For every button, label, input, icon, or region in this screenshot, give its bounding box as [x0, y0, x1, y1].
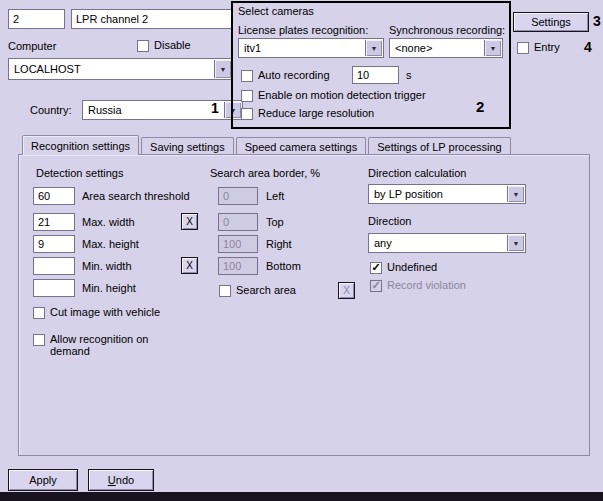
- checkbox-box: [517, 42, 529, 54]
- checkbox-box: [241, 70, 253, 82]
- sync-recording-select[interactable]: <none> ▼: [389, 38, 503, 58]
- undo-button[interactable]: Undo: [88, 469, 154, 491]
- max-width-label: Max. width: [82, 216, 135, 228]
- annotation-1: 1: [211, 100, 219, 116]
- min-width-input[interactable]: [33, 257, 75, 275]
- max-width-input[interactable]: [33, 213, 75, 231]
- auto-recording-label: Auto recording: [258, 69, 330, 81]
- checkbox-box: [33, 307, 45, 319]
- search-area-right-label: Right: [266, 238, 292, 250]
- search-area-top-input: [218, 213, 258, 231]
- country-label: Country:: [30, 104, 72, 116]
- direction-select[interactable]: any ▼: [368, 233, 526, 253]
- record-violation-checkbox: ✓ Record violation: [370, 279, 466, 292]
- annotation-3: 3: [593, 13, 601, 29]
- search-area-left-input: [218, 187, 258, 205]
- check-icon: ✓: [371, 262, 380, 273]
- auto-recording-seconds-input[interactable]: [352, 66, 399, 84]
- min-width-label: Min. width: [82, 260, 132, 272]
- chevron-down-icon[interactable]: ▼: [507, 186, 524, 202]
- checkbox-box: ✓: [370, 262, 382, 274]
- chevron-down-icon[interactable]: ▼: [507, 235, 524, 251]
- chevron-down-icon[interactable]: ▼: [214, 60, 231, 78]
- min-size-clear-button[interactable]: X: [181, 257, 198, 274]
- checkbox-box: [241, 108, 253, 120]
- seconds-unit-label: s: [406, 69, 412, 81]
- lpr-camera-select[interactable]: itv1 ▼: [238, 38, 384, 58]
- channel-id-input[interactable]: [8, 9, 65, 29]
- search-area-clear-button: X: [338, 282, 355, 299]
- country-select-value: Russia: [88, 104, 122, 116]
- max-size-clear-button[interactable]: X: [181, 213, 198, 230]
- max-height-label: Max. height: [82, 238, 139, 250]
- lpr-recognition-label: License plates recognition:: [238, 24, 368, 36]
- direction-calculation-select[interactable]: by LP position ▼: [368, 184, 526, 204]
- record-violation-checkbox-label: Record violation: [387, 279, 466, 291]
- undefined-checkbox-label: Undefined: [387, 261, 437, 273]
- direction-select-value: any: [374, 237, 392, 249]
- apply-button[interactable]: Apply: [8, 469, 78, 491]
- tab-speed-camera-settings[interactable]: Speed camera settings: [236, 137, 367, 155]
- computer-select-value: LOCALHOST: [14, 63, 81, 75]
- search-area-left-label: Left: [266, 190, 284, 202]
- detection-settings-title: Detection settings: [36, 167, 123, 179]
- check-icon: ✓: [371, 280, 380, 291]
- motion-trigger-checkbox[interactable]: Enable on motion detection trigger: [241, 89, 426, 102]
- direction-calculation-title: Direction calculation: [368, 167, 466, 179]
- motion-trigger-label: Enable on motion detection trigger: [258, 89, 426, 101]
- settings-tabs: Recognition settings Saving settings Spe…: [22, 135, 513, 155]
- tab-recognition-settings[interactable]: Recognition settings: [22, 135, 139, 155]
- search-area-top-label: Top: [266, 216, 284, 228]
- allow-on-demand-label: Allow recognition on demand: [50, 333, 162, 357]
- search-area-bottom-input: [218, 257, 258, 275]
- area-search-threshold-label: Area search threshold: [82, 190, 190, 202]
- settings-button[interactable]: Settings: [513, 12, 589, 32]
- lpr-channel-settings-window: Computer Disable LOCALHOST ▼ Country: Ru…: [0, 0, 603, 501]
- chevron-down-icon[interactable]: ▼: [484, 40, 501, 56]
- allow-on-demand-checkbox[interactable]: Allow recognition on demand: [33, 333, 162, 357]
- min-height-label: Min. height: [82, 282, 136, 294]
- checkbox-box: [33, 334, 45, 346]
- search-area-checkbox[interactable]: Search area: [219, 284, 296, 297]
- tab-settings-of-lp-processing[interactable]: Settings of LP processing: [368, 137, 511, 155]
- min-height-input[interactable]: [33, 279, 75, 297]
- auto-recording-checkbox[interactable]: Auto recording: [241, 69, 330, 82]
- reduce-resolution-label: Reduce large resolution: [258, 107, 374, 119]
- search-area-right-input: [218, 235, 258, 253]
- disable-checkbox-label: Disable: [154, 39, 191, 51]
- lpr-camera-select-value: itv1: [244, 42, 261, 54]
- entry-checkbox-label: Entry: [534, 41, 560, 53]
- direction-calculation-select-value: by LP position: [374, 188, 443, 200]
- checkbox-box: [241, 90, 253, 102]
- search-area-checkbox-label: Search area: [236, 284, 296, 296]
- search-area-border-title: Search area border, %: [210, 167, 320, 179]
- select-cameras-title: Select cameras: [238, 5, 314, 17]
- area-search-threshold-input[interactable]: [33, 187, 75, 205]
- sync-recording-label: Synchronous recording:: [389, 24, 505, 36]
- cut-image-checkbox[interactable]: Cut image with vehicle: [33, 306, 160, 319]
- max-height-input[interactable]: [33, 235, 75, 253]
- computer-select[interactable]: LOCALHOST ▼: [8, 58, 233, 80]
- annotation-4: 4: [584, 39, 592, 55]
- window-bottom-edge: [0, 492, 603, 501]
- search-area-bottom-label: Bottom: [266, 260, 301, 272]
- tab-saving-settings[interactable]: Saving settings: [141, 137, 234, 155]
- disable-checkbox[interactable]: Disable: [137, 39, 191, 52]
- chevron-down-icon[interactable]: ▼: [365, 40, 382, 56]
- computer-label: Computer: [8, 40, 56, 52]
- checkbox-box: [219, 285, 231, 297]
- cut-image-label: Cut image with vehicle: [50, 306, 160, 318]
- checkbox-box: ✓: [370, 280, 382, 292]
- channel-name-input[interactable]: [71, 9, 233, 29]
- entry-checkbox[interactable]: Entry: [517, 41, 560, 54]
- direction-label: Direction: [368, 215, 411, 227]
- annotation-2: 2: [476, 98, 484, 115]
- reduce-resolution-checkbox[interactable]: Reduce large resolution: [241, 107, 374, 120]
- sync-recording-select-value: <none>: [395, 42, 432, 54]
- undefined-checkbox[interactable]: ✓ Undefined: [370, 261, 437, 274]
- checkbox-box: [137, 40, 149, 52]
